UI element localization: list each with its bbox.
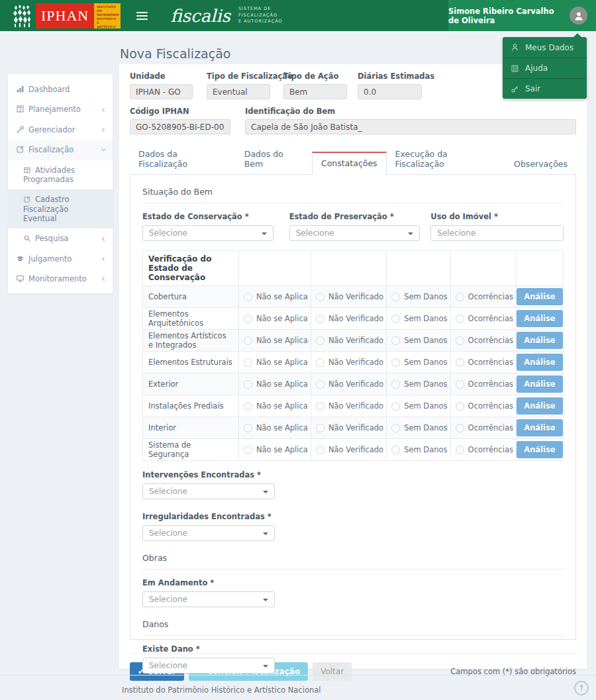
tipo-fiscalizacao-input[interactable] (207, 84, 270, 99)
radio-option-label: Sem Danos (404, 314, 447, 323)
tab-dados-do-bem[interactable]: Dados do Bem (236, 143, 312, 175)
radio-sem-danos[interactable] (391, 315, 400, 323)
chevron-left-icon (101, 126, 107, 132)
unidade-input[interactable] (130, 84, 193, 99)
sidebar-item-dashboard[interactable]: Dashboard (8, 79, 113, 99)
radio-ocorrencias[interactable] (456, 336, 464, 345)
intervencoes-select[interactable]: Selecione (142, 483, 275, 499)
analise-button[interactable]: Análise (517, 441, 562, 458)
radio-option-label: Não se Aplica (256, 379, 308, 389)
chart-bars-icon (16, 85, 25, 93)
radio-nao-se-aplica[interactable] (244, 446, 252, 454)
irregularidades-select[interactable]: Selecione (142, 525, 275, 541)
radio-nao-se-aplica[interactable] (244, 315, 252, 323)
sidebar-item-gerenciador[interactable]: Gerenciador (8, 120, 113, 140)
edit-square-icon (16, 145, 25, 154)
analise-button[interactable]: Análise (517, 288, 562, 305)
check-item-label: Exterior (143, 374, 239, 395)
radio-nao-verificado[interactable] (316, 380, 324, 389)
radio-nao-se-aplica[interactable] (244, 424, 252, 432)
tab-constatacoes[interactable]: Constatações (312, 152, 387, 175)
sidebar-item-atividades-programadas[interactable]: Atividades Programadas (8, 160, 113, 190)
analise-button[interactable]: Análise (517, 419, 562, 436)
radio-ocorrencias[interactable] (456, 402, 464, 411)
radio-nao-verificado[interactable] (316, 315, 324, 323)
radio-sem-danos[interactable] (391, 358, 400, 367)
tipo-acao-input[interactable] (283, 84, 347, 99)
chevron-left-icon (101, 276, 107, 282)
radio-ocorrencias[interactable] (456, 424, 464, 432)
menu-item-label: Ajuda (525, 64, 548, 73)
user-menu-button[interactable]: Simone Ribeiro Carvalho de Oliveira (448, 0, 596, 31)
radio-nao-se-aplica[interactable] (244, 402, 252, 411)
tab-execucao-da-fiscalizacao[interactable]: Execução da Fiscalização (387, 143, 505, 175)
estado-preservacao-label: Estado de Preservação * (289, 212, 421, 221)
scroll-to-top-button[interactable] (574, 681, 589, 695)
radio-nao-verificado[interactable] (316, 358, 324, 367)
diarias-estimadas-label: Diárias Estimadas (358, 72, 422, 81)
sidebar-item-cadastro-fiscalizacao-eventual[interactable]: Cadastro Fiscalização Eventual (8, 189, 113, 228)
field-intervencoes: Intervenções Encontradas * Selecione (142, 470, 275, 499)
check-table-row: Elementos Artísticos e IntegradosNão se … (143, 330, 564, 352)
iphan-logo[interactable]: IPHAN INSTITUTO DO PATRIMÔNIO HISTÓRICO … (12, 0, 121, 31)
analise-button[interactable]: Análise (517, 354, 562, 371)
uso-imovel-input[interactable] (430, 225, 564, 241)
radio-nao-se-aplica[interactable] (244, 336, 252, 345)
radio-nao-verificado[interactable] (316, 424, 324, 432)
radio-ocorrencias[interactable] (456, 293, 464, 301)
radio-nao-se-aplica[interactable] (244, 358, 252, 367)
analise-button[interactable]: Análise (517, 332, 562, 349)
radio-sem-danos[interactable] (391, 402, 400, 411)
radio-option-label: Não Verificado (328, 358, 383, 367)
check-table-row: Sistema de SegurançaNão se AplicaNão Ver… (143, 439, 564, 461)
sidebar-item-pesquisa[interactable]: Pesquisa (8, 228, 113, 248)
em-andamento-select[interactable]: Selecione (142, 591, 275, 607)
menu-item-sair[interactable]: Sair (503, 78, 587, 99)
radio-ocorrencias[interactable] (456, 446, 464, 454)
identificacao-bem-input[interactable] (245, 119, 576, 134)
radio-nao-verificado[interactable] (316, 293, 324, 301)
sidebar-item-label: Fiscalização (28, 145, 74, 154)
analise-button[interactable]: Análise (517, 397, 562, 415)
radio-sem-danos[interactable] (391, 424, 400, 432)
existe-dano-select[interactable]: Selecione (142, 658, 275, 674)
radio-ocorrencias[interactable] (456, 358, 464, 367)
situacao-selects-row: Estado de Conservação * Selecione Estado… (142, 212, 564, 241)
sidebar-item-planejamento[interactable]: Planejamento (8, 99, 113, 119)
radio-option-label: Sem Danos (404, 358, 447, 367)
radio-sem-danos[interactable] (391, 380, 400, 389)
radio-sem-danos[interactable] (391, 446, 400, 454)
em-andamento-label: Em Andamento * (142, 578, 275, 587)
menu-item-meus-dados[interactable]: Meus Dados (503, 37, 587, 58)
sidebar-item-label: Julgamento (28, 254, 72, 264)
sidebar-toggle-icon[interactable] (136, 10, 148, 22)
sidebar-item-julgamento[interactable]: Julgamento (8, 249, 113, 269)
radio-ocorrencias[interactable] (456, 380, 464, 389)
radio-ocorrencias[interactable] (456, 315, 464, 323)
tab-content-constatacoes: Situação do Bem Estado de Conservação * … (130, 175, 576, 640)
sidebar-item-monitoramento[interactable]: Monitoramento (8, 269, 113, 289)
radio-nao-verificado[interactable] (316, 402, 324, 411)
iphan-emblem-icon (12, 4, 32, 28)
estado-conservacao-select[interactable]: Selecione (142, 225, 273, 241)
sidebar-item-label: Dashboard (28, 85, 70, 94)
tab-observacoes[interactable]: Observações (505, 153, 576, 175)
radio-nao-se-aplica[interactable] (244, 380, 252, 389)
tab-dados-da-fiscalizacao[interactable]: Dados da Fiscalização (130, 143, 236, 175)
diarias-estimadas-input[interactable] (358, 84, 422, 99)
iphan-logo-subtext: INSTITUTO DO PATRIMÔNIO HISTÓRICO E ARTÍ… (94, 3, 121, 28)
radio-nao-se-aplica[interactable] (244, 293, 252, 301)
radio-sem-danos[interactable] (391, 336, 400, 345)
check-item-label: Instalações Prediais (143, 395, 239, 417)
sidebar-item-fiscalizacao[interactable]: Fiscalização (8, 140, 113, 160)
analise-button[interactable]: Análise (517, 375, 562, 393)
analise-button[interactable]: Análise (517, 310, 562, 327)
radio-nao-verificado[interactable] (316, 336, 324, 345)
menu-item-ajuda[interactable]: Ajuda (503, 58, 587, 78)
estado-preservacao-select[interactable]: Selecione (289, 225, 421, 241)
check-item-label: Interior (143, 417, 239, 439)
sidebar-item-label: Pesquisa (35, 234, 68, 243)
codigo-iphan-input[interactable] (130, 119, 230, 134)
radio-nao-verificado[interactable] (316, 446, 324, 454)
radio-sem-danos[interactable] (391, 293, 400, 301)
